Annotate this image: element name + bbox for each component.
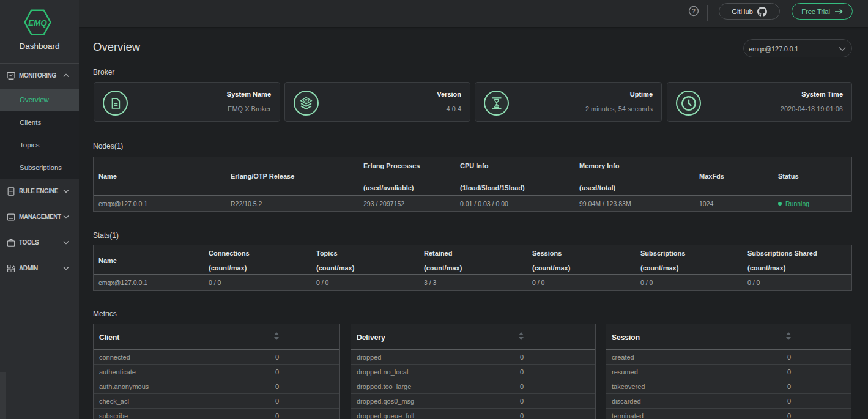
svg-text:?: ? [692, 7, 696, 15]
svg-text:EMQ: EMQ [28, 18, 47, 28]
